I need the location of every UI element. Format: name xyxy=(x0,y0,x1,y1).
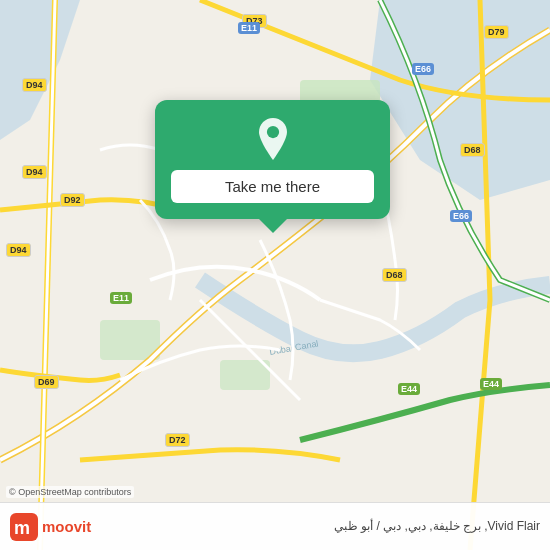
copyright-text: © OpenStreetMap contributors xyxy=(6,486,134,498)
location-pin-icon xyxy=(252,118,294,160)
map-background xyxy=(0,0,550,550)
popup-card: Take me there xyxy=(155,100,390,219)
moovit-logo-text: moovit xyxy=(42,518,91,535)
badge-d92: D92 xyxy=(60,193,85,207)
location-text: Vivid Flair, برج خليفة, دبي, دبي / أبو ظ… xyxy=(334,519,540,535)
badge-d94-2: D94 xyxy=(22,165,47,179)
take-me-there-button[interactable]: Take me there xyxy=(171,170,374,203)
badge-e11-top: E11 xyxy=(238,22,260,34)
badge-d94-1: D94 xyxy=(22,78,47,92)
badge-e44-1: E44 xyxy=(398,383,420,395)
location-address: برج خليفة, دبي, دبي / أبو ظبي xyxy=(334,519,481,533)
badge-d68-1: D68 xyxy=(460,143,485,157)
map-container: Dubai Canal xyxy=(0,0,550,550)
location-name: Vivid Flair xyxy=(488,519,540,533)
svg-point-7 xyxy=(266,126,278,138)
badge-e44-2: E44 xyxy=(480,378,502,390)
badge-d72: D72 xyxy=(165,433,190,447)
badge-e11-mid: E11 xyxy=(110,292,132,304)
badge-d94-3: D94 xyxy=(6,243,31,257)
badge-e66-2: E66 xyxy=(450,210,472,222)
badge-d79: D79 xyxy=(484,25,509,39)
moovit-logo-icon: m xyxy=(10,513,38,541)
bottom-bar: m moovit Vivid Flair, برج خليفة, دبي, دب… xyxy=(0,502,550,550)
badge-d68-2: D68 xyxy=(382,268,407,282)
svg-text:m: m xyxy=(14,518,30,538)
badge-d69: D69 xyxy=(34,375,59,389)
moovit-logo: m moovit xyxy=(10,513,91,541)
badge-e66-1: E66 xyxy=(412,63,434,75)
